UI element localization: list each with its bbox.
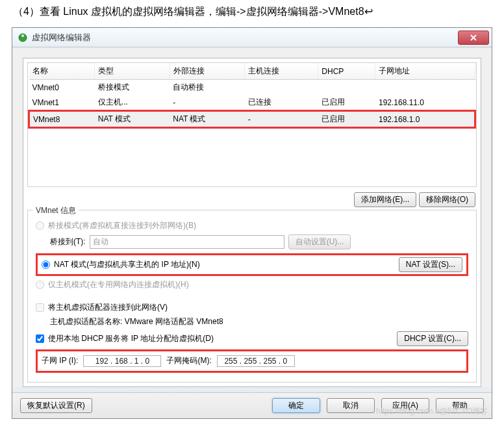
restore-defaults-button[interactable]: 恢复默认设置(R)	[20, 398, 92, 413]
add-network-button[interactable]: 添加网络(E)...	[354, 192, 416, 207]
subnet-ip-input[interactable]: 192 . 168 . 1 . 0	[83, 355, 161, 367]
radio-bridge-label: 桥接模式(将虚拟机直接连接到外部网络)(B)	[48, 220, 196, 231]
ok-button[interactable]: 确定	[272, 398, 320, 413]
radio-hostonly-label: 仅主机模式(在专用网络内连接虚拟机)(H)	[48, 279, 189, 290]
subnet-ip-label: 子网 IP (I):	[42, 355, 78, 366]
connect-adapter-checkbox[interactable]	[36, 303, 44, 312]
caption: （4）查看 Linux 虚拟机的虚拟网络编辑器，编辑->虚拟网络编辑器->VMn…	[0, 0, 504, 24]
radio-nat-label: NAT 模式(与虚拟机共享主机的 IP 地址)(N)	[54, 259, 200, 270]
radio-nat-input[interactable]	[42, 260, 50, 269]
close-button[interactable]	[458, 31, 489, 45]
subnet-mask-input[interactable]: 255 . 255 . 255 . 0	[217, 355, 295, 367]
nat-settings-button[interactable]: NAT 设置(S)...	[399, 257, 462, 272]
vmnet-legend: VMnet 信息	[33, 205, 79, 216]
bridge-to-row: 桥接到(T): 自动 自动设置(U)...	[50, 234, 468, 249]
col-subnet[interactable]: 子网地址	[375, 63, 475, 80]
svg-point-1	[21, 34, 24, 37]
radio-hostonly-input[interactable]	[36, 281, 44, 289]
connect-adapter-row[interactable]: 将主机虚拟适配器连接到此网络(V)	[36, 302, 468, 313]
col-ext[interactable]: 外部连接	[170, 63, 244, 80]
connect-adapter-label: 将主机虚拟适配器连接到此网络(V)	[48, 302, 168, 313]
col-dhcp[interactable]: DHCP	[318, 63, 375, 80]
radio-hostonly[interactable]: 仅主机模式(在专用网络内连接虚拟机)(H)	[36, 279, 468, 290]
radio-bridge-input[interactable]	[36, 221, 44, 230]
table-header: 名称 类型 外部连接 主机连接 DHCP 子网地址	[29, 63, 475, 80]
col-name[interactable]: 名称	[29, 63, 95, 80]
table-row-selected[interactable]: VMnet8NAT 模式NAT 模式-已启用192.168.1.0	[29, 111, 475, 128]
bridge-to-combo[interactable]: 自动	[90, 235, 284, 249]
auto-config-button[interactable]: 自动设置(U)...	[288, 234, 351, 249]
dhcp-row[interactable]: 使用本地 DHCP 服务将 IP 地址分配给虚拟机(D) DHCP 设置(C).…	[36, 331, 468, 346]
watermark: https://blog.csdn.n@51CTO博客	[376, 406, 488, 417]
radio-nat[interactable]: NAT 模式(与虚拟机共享主机的 IP 地址)(N)	[42, 259, 200, 270]
col-host[interactable]: 主机连接	[245, 63, 318, 80]
dhcp-checkbox[interactable]	[36, 334, 44, 343]
dialog-window: 虚拟网络编辑器 名称 类型 外部连接 主机连接 DHCP 子网地址	[12, 27, 492, 419]
radio-bridge[interactable]: 桥接模式(将虚拟机直接连接到外部网络)(B)	[36, 220, 468, 231]
cancel-button[interactable]: 取消	[327, 398, 375, 413]
col-type[interactable]: 类型	[95, 63, 170, 80]
dhcp-label: 使用本地 DHCP 服务将 IP 地址分配给虚拟机(D)	[48, 333, 214, 344]
network-table: 名称 类型 外部连接 主机连接 DHCP 子网地址 VMnet0桥接模式自动桥接	[27, 62, 477, 187]
subnet-mask-label: 子网掩码(M):	[166, 355, 211, 366]
app-icon	[18, 32, 28, 43]
dhcp-settings-button[interactable]: DHCP 设置(C)...	[397, 331, 468, 346]
vmnet-info-box: VMnet 信息 桥接模式(将虚拟机直接连接到外部网络)(B) 桥接到(T): …	[27, 210, 477, 383]
table-row[interactable]: VMnet1仅主机...-已连接已启用192.168.11.0	[29, 95, 475, 111]
remove-network-button[interactable]: 移除网络(O)	[419, 192, 475, 207]
nat-highlight: NAT 模式(与虚拟机共享主机的 IP 地址)(N) NAT 设置(S)...	[36, 253, 468, 276]
titlebar: 虚拟网络编辑器	[12, 28, 492, 47]
content-area: 名称 类型 外部连接 主机连接 DHCP 子网地址 VMnet0桥接模式自动桥接	[23, 58, 481, 387]
bridge-to-label: 桥接到(T):	[50, 236, 86, 247]
adapter-name-label: 主机虚拟适配器名称: VMware 网络适配器 VMnet8	[50, 316, 468, 327]
table-row[interactable]: VMnet0桥接模式自动桥接	[29, 80, 475, 95]
table-empty-area	[29, 128, 475, 186]
window-title: 虚拟网络编辑器	[32, 32, 458, 44]
subnet-row: 子网 IP (I): 192 . 168 . 1 . 0 子网掩码(M): 25…	[36, 349, 468, 373]
